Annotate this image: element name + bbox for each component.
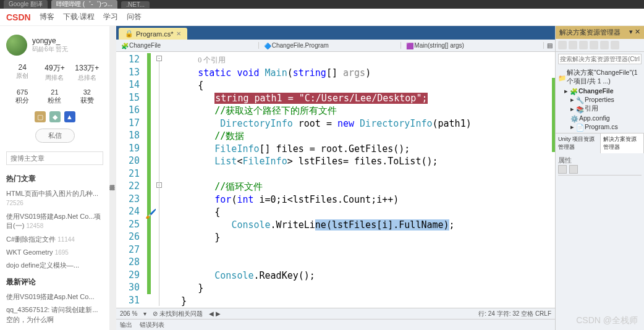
csdn-logo[interactable]: CSDN — [6, 12, 31, 22]
hot-article[interactable]: dojo define定义模块—... — [6, 261, 103, 270]
properties-icon[interactable] — [600, 41, 609, 49]
file-tab-bar: 🔒 Program.cs* ✕ — [116, 26, 555, 40]
refresh-icon[interactable] — [569, 41, 577, 49]
private-message-button[interactable]: 私信 — [35, 129, 75, 143]
bottom-tool-tabs: 输出 错误列表 — [116, 319, 555, 330]
ide: 服务器资源管理器 🔒 Program.cs* ✕ 🧩ChangeFile 🔷Ch… — [110, 26, 644, 330]
caret-position: 行: 24 字符: 32 空格 CRLF — [478, 310, 551, 318]
profile-age: 码龄6年 — [32, 46, 54, 53]
tree-properties[interactable]: ▸ 🔧Properties — [558, 95, 642, 104]
hot-article[interactable]: HTML页面中插入图片的几种... 72526 — [6, 189, 103, 208]
solution-explorer-title: 解决方案资源管理器▾ ✕ — [556, 26, 644, 39]
issues-indicator[interactable]: ⊘ 未找到相关问题 — [153, 310, 203, 318]
comments-title: 最新评论 — [6, 277, 103, 287]
stat-lbl: 获赞 — [71, 96, 103, 105]
breadcrumb-bar: 🧩ChangeFile 🔷ChangeFile.Program 🟪Main(st… — [116, 40, 555, 52]
browser-tab-strip: Google 翻译 哔哩哔哩 (゜-゜)つ... .NET... — [0, 0, 644, 9]
csdn-header: CSDN 博客 下载·课程 学习 问答 — [0, 9, 644, 26]
collapse-icon[interactable] — [579, 41, 588, 49]
error-list-tab[interactable]: 错误列表 — [140, 321, 164, 329]
solution-tree[interactable]: 📁解决方案"ChangeFile"(1 个项目/共 1 ...) ▸ 🧩Chan… — [556, 66, 644, 133]
hot-title: 热门文章 — [6, 174, 103, 184]
line-gutter: 1213141516171819202122232425262728293031… — [116, 52, 143, 308]
solution-explorer-tab[interactable]: 解决方案资源管理器 — [601, 133, 644, 153]
method-icon: 🟪 — [406, 43, 412, 49]
profile-badge: 暂无 — [56, 46, 68, 53]
unity-explorer-tab[interactable]: Unity 项目资源管理器 — [556, 133, 601, 153]
solution-search-input[interactable] — [558, 54, 642, 64]
breadcrumb-method[interactable]: 🟪Main(string[] args) — [401, 42, 544, 49]
solution-icon: 📁 — [558, 74, 565, 81]
editor-status-bar: 206 % ▾ ⊘ 未找到相关问题 ◀ ▶ 行: 24 字符: 32 空格 CR… — [116, 308, 555, 319]
search-blog-input[interactable] — [6, 151, 103, 165]
categorize-icon[interactable] — [558, 165, 567, 174]
cs-file-icon: 📄 — [576, 124, 583, 130]
config-icon: ⚙️ — [570, 115, 577, 122]
close-icon[interactable]: ✕ — [176, 30, 181, 37]
alpha-sort-icon[interactable] — [569, 165, 578, 174]
zoom-level[interactable]: 206 % — [120, 310, 137, 317]
marker-strip: 🖌️ — [143, 52, 156, 308]
preview-icon[interactable] — [611, 41, 619, 49]
stat-lbl: 周排名 — [38, 74, 70, 82]
browser-tab[interactable]: 哔哩哔哩 (゜-゜)つ... — [51, 0, 117, 9]
properties-title: 属性 — [558, 156, 642, 165]
stat-num: 21 — [38, 88, 70, 96]
nav-download[interactable]: 下载·课程 — [63, 12, 95, 22]
browser-tab[interactable]: Google 翻译 — [4, 0, 48, 9]
tree-solution[interactable]: 📁解决方案"ChangeFile"(1 个项目/共 1 ...) — [558, 68, 642, 87]
nav-blog[interactable]: 博客 — [40, 12, 54, 22]
browser-tab[interactable]: .NET... — [121, 1, 150, 8]
stat-num: 49万+ — [38, 63, 70, 74]
codelens-refs[interactable]: 0 个引用 — [198, 56, 226, 64]
solution-tab-strip: Unity 项目资源管理器 解决方案资源管理器 — [556, 133, 644, 153]
tree-project[interactable]: ▸ 🧩ChangeFile — [558, 87, 642, 95]
dropdown-icon[interactable]: ▾ ✕ — [629, 28, 640, 37]
tree-programcs[interactable]: ▸ 📄Program.cs — [558, 122, 642, 131]
tree-references[interactable]: ▸ 📚引用 — [558, 104, 642, 114]
file-tab[interactable]: 🔒 Program.cs* ✕ — [119, 28, 187, 40]
stat-num: 133万+ — [71, 63, 103, 74]
breadcrumb-project[interactable]: 🧩ChangeFile — [116, 42, 259, 49]
profile-name[interactable]: yongye_ — [32, 36, 68, 45]
breadcrumb-class[interactable]: 🔷ChangeFile.Program — [259, 42, 402, 49]
change-indicator — [147, 53, 151, 294]
stat-lbl: 积分 — [6, 96, 38, 105]
badge-row: ▢ ◆ ▲ — [6, 111, 103, 122]
code-editor[interactable]: 1213141516171819202122232425262728293031… — [116, 52, 555, 308]
wrench-icon: 🔧 — [576, 96, 583, 103]
server-explorer-strip[interactable]: 服务器资源管理器 — [110, 26, 116, 330]
fold-toggle[interactable]: - — [156, 56, 162, 61]
properties-panel: 属性 — [556, 153, 644, 330]
avatar[interactable] — [6, 35, 27, 56]
show-all-icon[interactable] — [590, 41, 598, 49]
badge-icon[interactable]: ▲ — [64, 111, 75, 122]
output-tab[interactable]: 输出 — [120, 321, 132, 329]
csharp-icon: 🧩 — [121, 43, 127, 49]
comment-item[interactable]: qq_43567512: 请问我创建新...空的，为什么啊 — [6, 305, 103, 324]
csdn-sidebar: yongye_ 码龄6年 暂无 24原创 49万+周排名 133万+总排名 67… — [0, 26, 110, 330]
lock-icon: 🔒 — [125, 30, 133, 38]
nav-qa[interactable]: 问答 — [127, 12, 142, 22]
csproj-icon: 🧩 — [570, 88, 577, 95]
stat-num: 675 — [6, 88, 38, 96]
references-icon: 📚 — [576, 106, 583, 112]
tree-appconfig[interactable]: ⚙️App.config — [558, 114, 642, 122]
fold-strip: - - — [156, 52, 164, 308]
hot-article[interactable]: WKT Geometry 1695 — [6, 248, 103, 257]
badge-icon[interactable]: ▢ — [35, 111, 46, 122]
stat-lbl: 粉丝 — [38, 96, 70, 105]
file-tab-label: Program.cs* — [136, 30, 174, 38]
split-icon[interactable]: ▤ — [544, 42, 555, 49]
class-icon: 🔷 — [264, 43, 270, 49]
code-body[interactable]: 0 个引用 static void Main(string[] args) { … — [164, 52, 555, 308]
nav-learn[interactable]: 学习 — [103, 12, 118, 22]
stat-num: 24 — [6, 63, 38, 72]
hot-article[interactable]: C#删除指定文件 11144 — [6, 235, 103, 244]
hot-article[interactable]: 使用VS019搭建Asp.Net Co...项目(一) 12458 — [6, 212, 103, 231]
solution-explorer: 解决方案资源管理器▾ ✕ 📁解决方案"ChangeFile"(1 个项目/共 1… — [555, 26, 644, 330]
badge-icon[interactable]: ◆ — [49, 111, 61, 122]
home-icon[interactable] — [558, 41, 567, 49]
comment-item[interactable]: 使用VS019搭建Asp.Net Co... — [6, 292, 103, 302]
stat-lbl: 总排名 — [71, 74, 103, 82]
